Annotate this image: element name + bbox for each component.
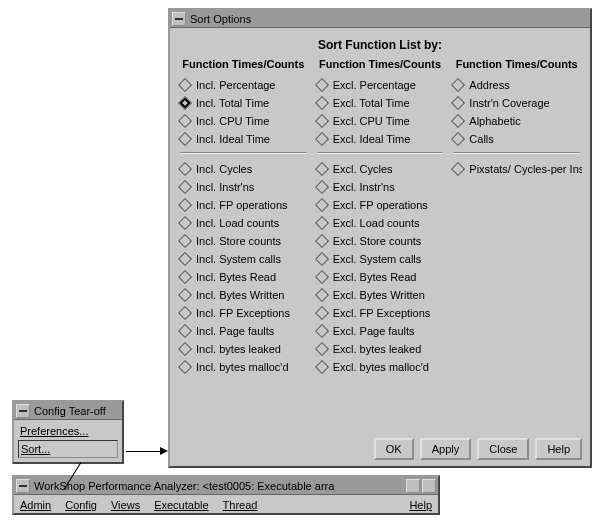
close-button[interactable]: Close (477, 438, 529, 460)
analyzer-main-window: WorkShop Performance Analyzer: <test0005… (12, 475, 440, 515)
titlebar[interactable]: WorkShop Performance Analyzer: <test0005… (14, 477, 438, 495)
sort-option[interactable]: Incl. Store counts (178, 232, 309, 250)
sort-option-label: Excl. Cycles (333, 163, 393, 175)
separator (317, 152, 444, 154)
sort-option[interactable]: Excl. Bytes Read (315, 268, 446, 286)
radio-diamond-icon (178, 288, 192, 302)
sort-option-label: Incl. CPU Time (196, 115, 269, 127)
titlebar[interactable]: Config Tear-off (14, 402, 122, 420)
sort-option[interactable]: Incl. System calls (178, 250, 309, 268)
sort-option-label: Excl. Bytes Read (333, 271, 417, 283)
radio-diamond-icon (178, 180, 192, 194)
sort-option-label: Incl. Page faults (196, 325, 274, 337)
radio-diamond-icon (451, 114, 465, 128)
sort-option[interactable]: Incl. Load counts (178, 214, 309, 232)
menu-item[interactable]: Thread (223, 499, 258, 511)
menu-help[interactable]: Help (409, 499, 432, 511)
sort-option[interactable]: Incl. bytes malloc'd (178, 358, 309, 376)
sort-option-label: Address (469, 79, 509, 91)
sort-option-label: Excl. Page faults (333, 325, 415, 337)
radio-diamond-icon (315, 96, 329, 110)
sort-option[interactable]: Excl. Store counts (315, 232, 446, 250)
system-menu-icon[interactable] (172, 12, 186, 26)
tearoff-menu-item[interactable]: Sort... (18, 440, 118, 458)
sort-option-label: Alphabetic (469, 115, 520, 127)
sort-option-label: Excl. Instr'ns (333, 181, 395, 193)
sort-option[interactable]: Instr'n Coverage (451, 94, 582, 112)
window-title: WorkShop Performance Analyzer: <test0005… (34, 480, 404, 492)
sort-option-label: Incl. FP Exceptions (196, 307, 290, 319)
sort-option[interactable]: Incl. Bytes Written (178, 286, 309, 304)
sort-option-label: Excl. Bytes Written (333, 289, 425, 301)
column-header: Function Times/Counts (178, 58, 309, 70)
sort-option[interactable]: Excl. bytes malloc'd (315, 358, 446, 376)
sort-option-label: Incl. bytes leaked (196, 343, 281, 355)
dialog-button-row: OK Apply Close Help (374, 438, 582, 460)
ok-button[interactable]: OK (374, 438, 414, 460)
sort-option[interactable]: Excl. FP Exceptions (315, 304, 446, 322)
radio-diamond-icon (315, 342, 329, 356)
sort-option-label: Excl. Ideal Time (333, 133, 411, 145)
sort-option[interactable]: Excl. Load counts (315, 214, 446, 232)
sort-option[interactable]: Excl. Cycles (315, 160, 446, 178)
sort-option[interactable]: Excl. bytes leaked (315, 340, 446, 358)
menu-item[interactable]: Config (65, 499, 97, 511)
sort-option[interactable]: Pixstats/ Cycles-per Instr'n (451, 160, 582, 178)
radio-diamond-icon (315, 180, 329, 194)
help-button[interactable]: Help (535, 438, 582, 460)
sort-option[interactable]: Excl. CPU Time (315, 112, 446, 130)
sort-option-label: Excl. CPU Time (333, 115, 410, 127)
tearoff-menu-item[interactable]: Preferences... (18, 422, 118, 440)
minimize-icon[interactable] (406, 479, 420, 493)
radio-diamond-icon (315, 252, 329, 266)
sort-option[interactable]: Incl. Page faults (178, 322, 309, 340)
sort-option-label: Excl. FP Exceptions (333, 307, 431, 319)
sort-option[interactable]: Incl. Percentage (178, 76, 309, 94)
sort-options-dialog: Sort Options Sort Function List by: Func… (168, 8, 592, 468)
sort-option[interactable]: Incl. FP operations (178, 196, 309, 214)
radio-diamond-icon (178, 198, 192, 212)
titlebar[interactable]: Sort Options (170, 10, 590, 28)
sort-option[interactable]: Excl. Total Time (315, 94, 446, 112)
radio-diamond-icon (315, 132, 329, 146)
window-title: Sort Options (190, 13, 588, 25)
sort-option[interactable]: Excl. Percentage (315, 76, 446, 94)
sort-option[interactable]: Incl. bytes leaked (178, 340, 309, 358)
sort-option-label: Incl. Bytes Read (196, 271, 276, 283)
sort-option-label: Incl. Instr'ns (196, 181, 254, 193)
sort-option-label: Excl. Percentage (333, 79, 416, 91)
sort-option[interactable]: Address (451, 76, 582, 94)
sort-option[interactable]: Excl. Instr'ns (315, 178, 446, 196)
sort-option[interactable]: Alphabetic (451, 112, 582, 130)
separator (180, 152, 307, 154)
apply-button[interactable]: Apply (420, 438, 472, 460)
radio-diamond-icon (178, 216, 192, 230)
menu-item[interactable]: Views (111, 499, 140, 511)
sort-option[interactable]: Incl. Bytes Read (178, 268, 309, 286)
sort-option[interactable]: Excl. Bytes Written (315, 286, 446, 304)
sort-option[interactable]: Incl. Instr'ns (178, 178, 309, 196)
radio-diamond-icon (178, 132, 192, 146)
sort-option[interactable]: Incl. FP Exceptions (178, 304, 309, 322)
menu-item[interactable]: Admin (20, 499, 51, 511)
radio-diamond-icon (451, 96, 465, 110)
sort-option-label: Incl. Percentage (196, 79, 276, 91)
sort-option[interactable]: Incl. Total Time (178, 94, 309, 112)
sort-option-label: Incl. Store counts (196, 235, 281, 247)
radio-diamond-icon (315, 306, 329, 320)
radio-diamond-icon (315, 324, 329, 338)
system-menu-icon[interactable] (16, 404, 30, 418)
sort-option[interactable]: Excl. System calls (315, 250, 446, 268)
menu-item[interactable]: Executable (154, 499, 208, 511)
sort-option[interactable]: Excl. Page faults (315, 322, 446, 340)
sort-option[interactable]: Incl. Ideal Time (178, 130, 309, 148)
sort-option[interactable]: Excl. Ideal Time (315, 130, 446, 148)
radio-diamond-icon (315, 162, 329, 176)
sort-option-label: Incl. Cycles (196, 163, 252, 175)
sort-option[interactable]: Incl. Cycles (178, 160, 309, 178)
sort-option[interactable]: Incl. CPU Time (178, 112, 309, 130)
system-menu-icon[interactable] (16, 479, 30, 493)
sort-option[interactable]: Excl. FP operations (315, 196, 446, 214)
sort-option[interactable]: Calls (451, 130, 582, 148)
maximize-icon[interactable] (422, 479, 436, 493)
